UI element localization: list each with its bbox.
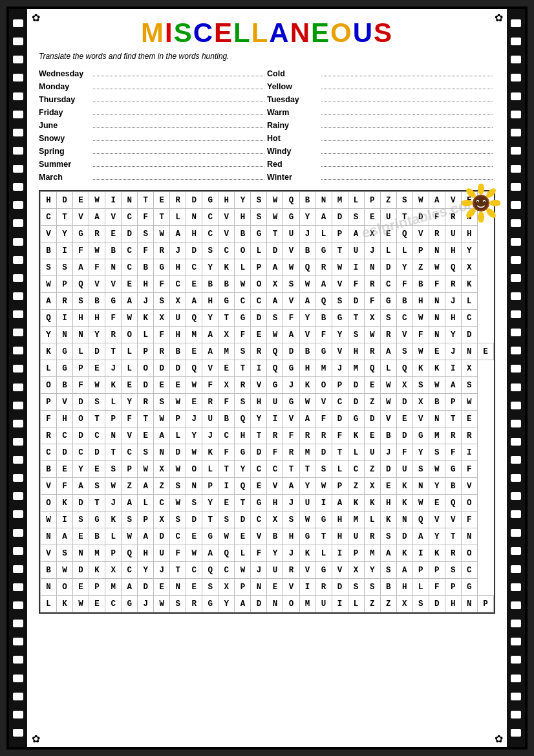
grid-cell: D bbox=[73, 394, 89, 411]
grid-cell: F bbox=[348, 276, 364, 293]
grid-cell: F bbox=[283, 310, 299, 327]
grid-cell: E bbox=[89, 461, 105, 478]
grid-cell: B bbox=[138, 259, 154, 276]
grid-row: VSNMPQHUFWAQLFYJKLIPMAKIKRO bbox=[41, 545, 494, 562]
grid-cell: L bbox=[315, 545, 332, 562]
grid-cell: T bbox=[396, 209, 412, 226]
grid-row: BIFWBCFRJDSCOLDVBGTUJLLPNHY bbox=[41, 243, 494, 259]
grid-cell: G bbox=[235, 310, 251, 327]
grid-cell: H bbox=[251, 394, 267, 411]
grid-cell: P bbox=[429, 562, 445, 579]
grid-cell: V bbox=[299, 562, 315, 579]
grid-row: PVDSLYRSWERFSHUGWVCDZWDXBPW bbox=[41, 394, 494, 411]
grid-cell: N bbox=[429, 243, 445, 259]
grid-cell: P bbox=[251, 259, 267, 276]
grid-cell: L bbox=[138, 327, 154, 343]
grid-cell: S bbox=[105, 461, 122, 478]
grid-cell: Q bbox=[73, 276, 89, 293]
grid-cell: X bbox=[154, 461, 170, 478]
grid-cell: R bbox=[170, 192, 186, 209]
grid-cell: K bbox=[57, 596, 73, 612]
grid-cell: K bbox=[105, 377, 122, 394]
grid-cell: I bbox=[251, 360, 267, 377]
grid-cell: T bbox=[138, 192, 154, 209]
grid-cell: S bbox=[396, 343, 412, 360]
grid-cell: J bbox=[380, 444, 396, 461]
grid-cell: J bbox=[170, 243, 186, 259]
grid-cell: Z bbox=[412, 259, 429, 276]
grid-cell: V bbox=[219, 226, 235, 243]
grid-cell: L bbox=[461, 293, 477, 310]
word-label: Tuesday bbox=[267, 95, 319, 104]
grid-cell: G bbox=[235, 444, 251, 461]
grid-cell: C bbox=[41, 209, 57, 226]
grid-cell: R bbox=[445, 545, 461, 562]
grid-cell: G bbox=[299, 528, 315, 545]
title-letter: U bbox=[353, 18, 374, 48]
grid-cell: F bbox=[315, 411, 332, 427]
grid-cell: S bbox=[138, 444, 154, 461]
grid-cell: E bbox=[364, 427, 380, 444]
grid-cell: C bbox=[73, 444, 89, 461]
grid-cell: C bbox=[186, 562, 202, 579]
grid-cell: F bbox=[445, 444, 461, 461]
film-hole bbox=[511, 438, 521, 446]
grid-cell: S bbox=[235, 394, 251, 411]
grid-cell: L bbox=[122, 343, 138, 360]
grid-cell: X bbox=[396, 377, 412, 394]
grid-cell: A bbox=[396, 562, 412, 579]
grid-cell: R bbox=[251, 343, 267, 360]
grid-cell: A bbox=[380, 545, 396, 562]
grid-cell: E bbox=[429, 343, 445, 360]
grid-cell: B bbox=[412, 276, 429, 293]
grid-cell: V bbox=[267, 478, 283, 495]
film-hole bbox=[511, 547, 521, 555]
grid-cell: W bbox=[105, 478, 122, 495]
grid-cell: J bbox=[332, 360, 348, 377]
grid-cell: A bbox=[299, 293, 315, 310]
grid-cell: E bbox=[396, 411, 412, 427]
grid-cell: P bbox=[412, 562, 429, 579]
grid-cell: M bbox=[89, 545, 105, 562]
grid-cell: Y bbox=[138, 562, 154, 579]
grid-cell: S bbox=[412, 596, 429, 612]
grid-cell: D bbox=[57, 444, 73, 461]
grid-cell: B bbox=[267, 528, 283, 545]
grid-cell: S bbox=[186, 495, 202, 512]
grid-cell: U bbox=[348, 528, 364, 545]
grid-cell: F bbox=[364, 293, 380, 310]
grid-cell: T bbox=[105, 444, 122, 461]
grid-cell: Y bbox=[202, 259, 219, 276]
grid-cell: X bbox=[170, 293, 186, 310]
grid-cell: R bbox=[138, 394, 154, 411]
grid-cell: B bbox=[380, 579, 396, 596]
grid-cell: F bbox=[154, 276, 170, 293]
grid-cell: D bbox=[380, 259, 396, 276]
grid-cell: D bbox=[283, 343, 299, 360]
grid-cell: D bbox=[138, 579, 154, 596]
grid-cell: C bbox=[219, 243, 235, 259]
grid-cell: U bbox=[380, 209, 396, 226]
grid-cell: X bbox=[364, 478, 380, 495]
grid-cell: B bbox=[299, 192, 315, 209]
grid-cell: S bbox=[267, 310, 283, 327]
grid-cell: Z bbox=[380, 596, 396, 612]
film-hole bbox=[13, 129, 23, 136]
grid-cell: D bbox=[186, 512, 202, 528]
word-row: Red bbox=[267, 158, 495, 169]
grid-cell: S bbox=[315, 461, 332, 478]
grid-cell: E bbox=[73, 579, 89, 596]
grid-cell: Y bbox=[332, 327, 348, 343]
grid-row: QIHHFWKXUQYTGDSFYBGTXSCWNHC bbox=[41, 310, 494, 327]
grid-cell: W bbox=[154, 226, 170, 243]
grid-cell: V bbox=[299, 327, 315, 343]
title-letter: A bbox=[269, 18, 290, 48]
grid-cell: Y bbox=[461, 243, 477, 259]
film-hole bbox=[511, 656, 521, 664]
grid-cell: N bbox=[396, 512, 412, 528]
instructions-text: Translate the words and find them in the… bbox=[39, 52, 495, 61]
grid-cell: K bbox=[105, 512, 122, 528]
grid-cell: I bbox=[105, 192, 122, 209]
film-hole bbox=[511, 56, 521, 63]
film-hole bbox=[511, 147, 521, 155]
